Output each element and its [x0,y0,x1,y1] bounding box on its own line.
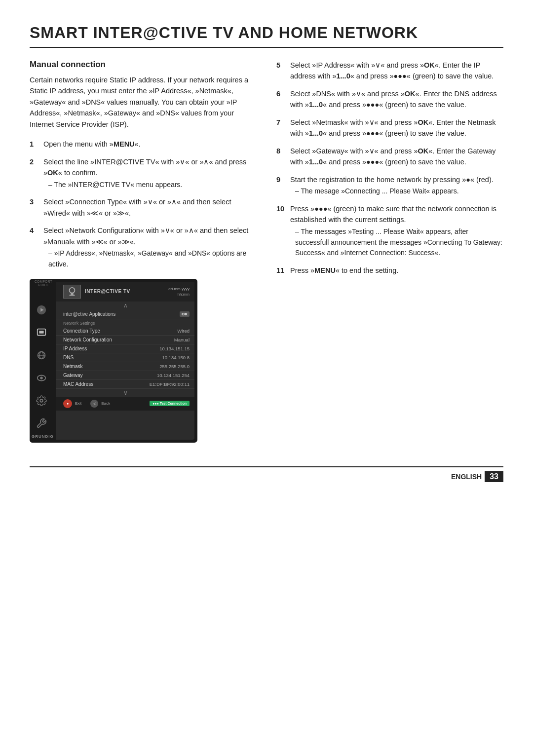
tv-menu-item-gateway: Gateway 10.134.151.254 [56,371,194,380]
tv-ok-badge: OK [180,311,190,317]
tv-exit-label: Exit [75,401,81,406]
step-number-1: 1 [30,139,40,150]
right-column: 5 Select »IP Address« with »∨« and press… [276,60,503,452]
steps-list-left: 1 Open the menu with »MENU«. 2 Select th… [30,139,257,269]
step-number-9: 9 [276,174,287,185]
step-3: 3 Select »Connection Type« with »∨« or »… [30,196,257,219]
tv-datetime: dd.mm.yyyy hh:mm [168,286,190,297]
tv-chevron-down: ∨ [56,389,194,397]
tv-inter-app-label: inter@ctive Applications [63,311,115,317]
step-4: 4 Select »Network Configuration« with »∨… [30,225,257,269]
step-6: 6 Select »DNS« with »∨« and press »OK«. … [276,88,503,111]
step-number-4: 4 [30,225,40,236]
step-content-6: Select »DNS« with »∨« and press »OK«. En… [290,88,503,111]
step-content-8: Select »Gateway« with »∨« and press »OK«… [290,146,503,168]
tv-chevron-up: ∧ [56,302,194,309]
tv-green-dot: ●●● [152,402,159,405]
step-2-sub: – The »INTER@CTIVE TV« menu appears. [43,180,257,190]
step-8: 8 Select »Gateway« with »∨« and press »O… [276,146,503,168]
page-footer: ENGLISH 33 [30,466,503,482]
step-number-8: 8 [276,146,287,156]
tv-menu-item-mac: MAC Address E1:DF:BF:92:00:11 [56,380,194,389]
step-number-3: 3 [30,196,40,207]
tv-sidebar: COMFORTGUIDE [30,279,53,443]
tv-app-name: INTER@CTIVE TV [85,289,130,294]
tv-footer-right: ●●● Test Connection [150,401,190,406]
step-content-11: Press »MENU« to end the setting. [290,265,503,276]
tv-screen-wrapper: COMFORTGUIDE [30,279,257,443]
step-9: 9 Start the registration to the home net… [276,174,503,197]
sidebar-icon-settings [33,392,50,409]
sidebar-icon-media [33,302,50,318]
tv-menu-item-netmask: Netmask 255.255.255.0 [56,362,194,371]
tv-inter-app-row: inter@ctive Applications OK [56,309,194,319]
step-number-10: 10 [276,203,287,214]
step-7: 7 Select »Netmask« with »∨« and press »O… [276,117,503,139]
page-title: SMART INTER@CTIVE TV AND HOME NETWORK [30,24,503,48]
tv-back-label: Back [101,401,110,406]
sidebar-icon-eye [33,370,50,386]
footer-page-number: 33 [485,471,503,482]
tv-content: INTER@CTIVE TV dd.mm.yyyy hh:mm ∧ inter@… [56,282,194,440]
tv-btn-red: ● [63,399,72,408]
step-4-sub: – »IP Address«, »Netmask«, »Gateway« and… [43,248,257,269]
tv-header: INTER@CTIVE TV dd.mm.yyyy hh:mm [56,282,194,302]
step-2: 2 Select the line »INTER@CTIVE TV« with … [30,156,257,190]
sidebar-icon-wrench [33,415,50,432]
tv-logo-box [63,285,81,299]
tv-header-left: INTER@CTIVE TV [63,285,130,299]
step-number-7: 7 [276,117,287,128]
step-content-7: Select »Netmask« with »∨« and press »OK«… [290,117,503,139]
tv-green-test-connection: ●●● Test Connection [150,401,190,406]
step-number-5: 5 [276,60,287,71]
step-content-2: Select the line »INTER@CTIVE TV« with »∨… [43,156,257,190]
intro-text: Certain networks require Static IP addre… [30,75,257,130]
step-5: 5 Select »IP Address« with »∨« and press… [276,60,503,82]
step-number-6: 6 [276,88,287,99]
svg-point-8 [40,377,43,379]
step-11: 11 Press »MENU« to end the setting. [276,265,503,276]
sidebar-icon-apps [33,347,50,364]
tv-menu-item-connection-type: Connection Type Wired [56,327,194,336]
step-content-5: Select »IP Address« with »∨« and press »… [290,60,503,82]
step-content-1: Open the menu with »MENU«. [43,139,257,150]
sidebar-icon-network [33,324,50,341]
section-heading: Manual connection [30,60,257,70]
tv-footer: ● Exit ◁ Back ●●● Test Connection [56,397,194,411]
steps-list-right: 5 Select »IP Address« with »∨« and press… [276,60,503,276]
step-content-4: Select »Network Configuration« with »∨« … [43,225,257,269]
step-number-11: 11 [276,265,287,276]
tv-menu-item-dns: DNS 10.134.150.8 [56,353,194,362]
tv-menu-item-network-config: Network Configuration Manual [56,336,194,344]
svg-point-9 [70,288,75,293]
footer-lang: ENGLISH [451,473,482,481]
step-content-3: Select »Connection Type« with »∨« or »∧«… [43,196,257,219]
tv-btn-back: ◁ [90,400,98,408]
step-10: 10 Press »●●●« (green) to make sure that… [276,203,503,259]
step-content-10: Press »●●●« (green) to make sure that th… [290,203,503,259]
tv-footer-left: ● Exit ◁ Back [63,399,110,408]
tv-network-settings-label: Network Settings [56,319,194,327]
step-10-sub: – The messages »Testing ... Please Wait«… [290,227,503,259]
svg-rect-11 [70,295,75,296]
step-number-2: 2 [30,156,40,167]
svg-rect-3 [39,331,43,334]
step-content-9: Start the registration to the home netwo… [290,174,503,197]
tv-menu-item-ip: IP Address 10.134.151.15 [56,344,194,353]
grundig-logo: GRUNDIG [32,434,54,439]
comfort-guide-label: COMFORTGUIDE [35,280,52,288]
left-column: Manual connection Certain networks requi… [30,60,257,452]
step-9-sub: – The mesage »Connecting ... Please Wait… [290,186,503,197]
step-1: 1 Open the menu with »MENU«. [30,139,257,150]
svg-rect-10 [71,293,73,295]
tv-outer: COMFORTGUIDE [30,279,197,443]
